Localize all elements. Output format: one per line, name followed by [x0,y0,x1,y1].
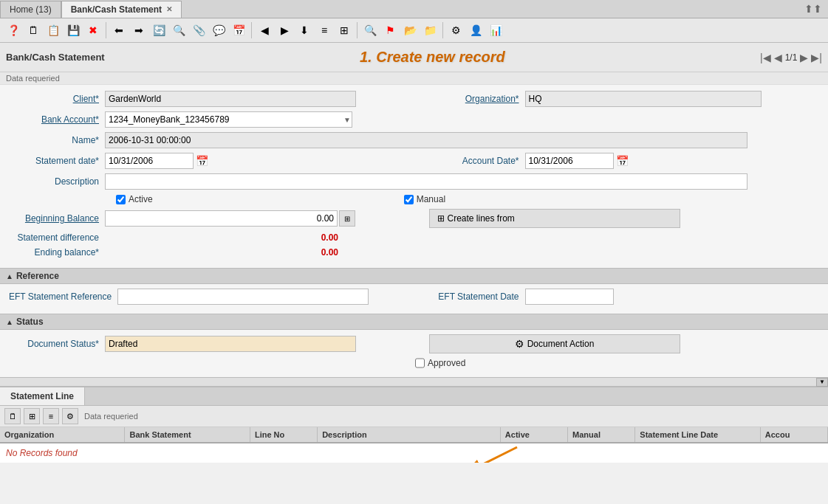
help-btn[interactable]: ❓ [4,21,22,39]
bank-account-row: Bank Account* ▼ [9,111,819,128]
th-organization: Organization [0,427,125,442]
status-collapse-icon: ▲ [6,318,13,326]
bottom-new-btn[interactable]: 🗒 [4,408,21,424]
client-input[interactable] [105,91,356,107]
tab-statement-line-label: Statement Line [10,391,74,401]
account-date-cal-icon[interactable]: 📅 [616,155,629,167]
bank-account-input[interactable] [105,111,352,128]
ending-balance-value: 0.00 [105,247,356,258]
delete-btn[interactable]: ✖ [84,21,102,39]
settings-btn[interactable]: ⚙ [447,21,465,39]
bottom-settings-btn[interactable]: ⚙ [62,408,78,424]
statement-date-cal-icon[interactable]: 📅 [196,155,208,167]
zoom-btn[interactable]: 🔍 [361,21,379,39]
doc-action-label: Document Action [527,339,595,349]
refresh-btn[interactable]: 🔄 [150,21,168,39]
name-input[interactable] [105,132,747,148]
forward-btn[interactable]: ➡ [130,21,148,39]
next-btn[interactable]: ▶ [276,21,293,39]
user-btn[interactable]: 👤 [467,21,485,39]
new-btn[interactable]: 🗒 [24,21,42,39]
bottom-grid-btn[interactable]: ⊞ [24,408,40,424]
status-section-body: Document Status* ⚙ Document Action Appro… [0,330,828,377]
th-line-no: Line No [250,427,318,442]
eft-ref-label: EFT Statement Reference [9,291,117,302]
th-active: Active [501,427,568,442]
eft-row: EFT Statement Reference EFT Statement Da… [9,289,819,305]
bottom-tab-bar: Statement Line [0,386,828,406]
status-section-header[interactable]: ▲ Status [0,314,828,330]
manual-checkbox[interactable] [404,195,414,204]
nav-prev-btn[interactable]: ◀ [774,52,782,63]
orange-arrow-annotation [473,443,561,463]
description-input[interactable] [105,173,747,190]
create-lines-icon: ⊞ [437,213,445,224]
no-records-text: No Records found [0,443,828,463]
client-label: Client* [9,94,105,104]
save-btn[interactable]: 💾 [64,21,82,39]
calc-icon-btn[interactable]: ⊞ [339,210,355,227]
client-row: Client* Organization* [9,91,819,107]
table-header: Organization Bank Statement Line No Desc… [0,427,828,443]
th-bank-statement: Bank Statement [125,427,250,442]
ending-balance-label: Ending balance* [9,247,105,258]
doc-action-btn[interactable]: ⚙ Document Action [429,334,680,353]
status-title: Status [16,317,44,327]
beginning-balance-input[interactable] [105,210,338,227]
bottom-list-btn[interactable]: ≡ [43,408,59,424]
down-btn[interactable]: ⬇ [295,21,313,39]
record-info: 1/1 [785,52,798,63]
nav-first-btn[interactable]: |◀ [760,52,771,63]
account-date-input[interactable] [525,153,614,169]
find-btn[interactable]: 🔍 [170,21,188,39]
folder-btn[interactable]: 📁 [421,21,439,39]
banner: 1. Create new record [105,46,760,69]
create-lines-btn[interactable]: ⊞ Create lines from [429,209,680,228]
back-btn[interactable]: ⬅ [110,21,128,39]
tab-bank-cash[interactable]: Bank/Cash Statement ✕ [61,1,182,18]
bottom-data-notice: Data requeried [84,412,138,421]
active-label: Active [129,194,153,204]
calendar-btn[interactable]: 📅 [230,21,247,39]
nav-next-btn[interactable]: ▶ [800,52,808,63]
date-row: Statement date* 📅 Account Date* 📅 [9,153,819,169]
copy-btn[interactable]: 📋 [44,21,62,39]
attach-btn[interactable]: 📎 [190,21,208,39]
active-checkbox[interactable] [116,195,126,204]
page-nav: |◀ ◀ 1/1 ▶ ▶| [760,52,822,63]
tab-home-label: Home (13) [10,4,52,15]
reference-section-header[interactable]: ▲ Reference [0,268,828,284]
eft-ref-input[interactable] [117,289,369,305]
tab-bar: Home (13) Bank/Cash Statement ✕ ⬆⬆ [0,0,828,18]
statement-diff-row: Statement difference 0.00 [9,232,819,243]
create-lines-label: Create lines from [448,213,515,224]
statement-diff-label: Statement difference [9,232,105,243]
eft-date-label: EFT Statement Date [429,291,525,302]
statement-date-label: Statement date* [9,156,105,166]
tabs: Home (13) Bank/Cash Statement ✕ [0,1,182,18]
bottom-toolbar: 🗒 ⊞ ≡ ⚙ Data requeried [0,406,828,427]
account-date-label: Account Date* [429,156,525,166]
flag-btn[interactable]: ⚑ [381,21,399,39]
org-input[interactable] [525,91,762,107]
scroll-down-btn[interactable]: ▼ [816,378,828,387]
list-btn[interactable]: ≡ [315,21,333,39]
banner-text: 1. Create new record [105,49,760,66]
collapse-icon[interactable]: ⬆⬆ [798,0,828,18]
eft-date-input[interactable] [525,289,614,305]
open-btn[interactable]: 📂 [401,21,419,39]
note-btn[interactable]: 💬 [210,21,227,39]
grid-btn[interactable]: ⊞ [335,21,353,39]
sep2 [251,22,252,38]
tab-home[interactable]: Home (13) [0,1,61,18]
doc-status-label: Document Status* [9,339,105,349]
nav-last-btn[interactable]: ▶| [811,52,822,63]
tab-statement-line[interactable]: Statement Line [0,387,85,405]
approved-checkbox[interactable] [415,358,425,368]
tab-close-icon[interactable]: ✕ [166,5,172,13]
prev-btn[interactable]: ◀ [256,21,273,39]
chart-btn[interactable]: 📊 [487,21,504,39]
statement-date-input[interactable] [105,153,194,169]
th-description: Description [318,427,501,442]
page-header: Bank/Cash Statement 1. Create new record… [0,43,828,72]
